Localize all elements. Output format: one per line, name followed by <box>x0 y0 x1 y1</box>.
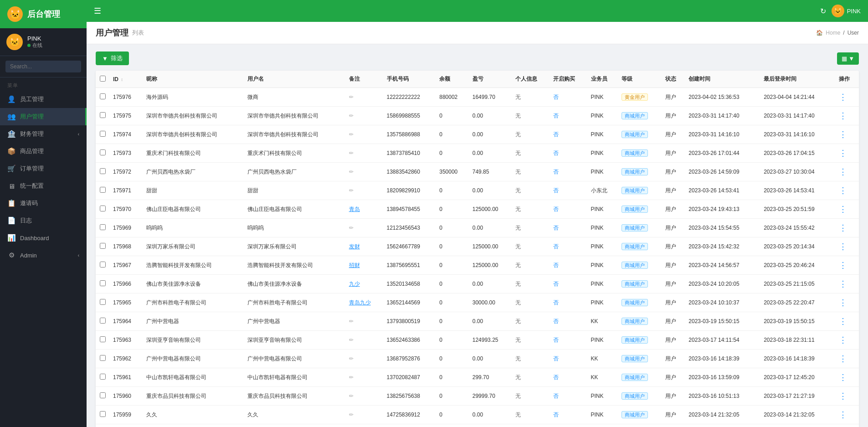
note-edit-icon[interactable]: ✏ <box>349 113 354 119</box>
cell-action[interactable]: ⋮ <box>835 256 859 275</box>
breadcrumb-home[interactable]: Home <box>826 30 840 36</box>
action-menu-icon[interactable]: ⋮ <box>839 354 847 363</box>
cell-action[interactable]: ⋮ <box>835 312 859 331</box>
action-menu-icon[interactable]: ⋮ <box>839 186 847 195</box>
sidebar-item-log[interactable]: 📄 日志 <box>0 212 87 229</box>
cell-action[interactable]: ⋮ <box>835 107 859 125</box>
cell-purchase[interactable]: 否 <box>550 368 587 387</box>
row-checkbox[interactable] <box>100 112 106 118</box>
note-link[interactable]: 青岛 <box>349 206 360 212</box>
row-checkbox[interactable] <box>100 93 106 99</box>
row-checkbox[interactable] <box>100 374 106 380</box>
action-menu-icon[interactable]: ⋮ <box>839 111 847 120</box>
cell-action[interactable]: ⋮ <box>835 237 859 256</box>
sidebar-item-config[interactable]: 🖥 统一配置 <box>0 177 87 195</box>
sidebar-item-goods[interactable]: 📦 商品管理 <box>0 143 87 160</box>
action-menu-icon[interactable]: ⋮ <box>839 279 847 288</box>
action-menu-icon[interactable]: ⋮ <box>839 298 847 307</box>
note-edit-icon[interactable]: ✏ <box>349 318 354 324</box>
action-menu-icon[interactable]: ⋮ <box>839 335 847 345</box>
cell-purchase[interactable]: 否 <box>550 219 587 237</box>
row-checkbox[interactable] <box>100 131 106 137</box>
cell-purchase[interactable]: 否 <box>550 88 587 107</box>
search-input[interactable] <box>5 61 81 72</box>
refresh-icon[interactable]: ↻ <box>820 7 826 15</box>
cell-purchase[interactable]: 否 <box>550 181 587 200</box>
cell-purchase[interactable]: 否 <box>550 144 587 163</box>
sidebar-item-order[interactable]: 🛒 订单管理 <box>0 160 87 177</box>
note-edit-icon[interactable]: ✏ <box>349 150 354 156</box>
row-checkbox[interactable] <box>100 355 106 361</box>
action-menu-icon[interactable]: ⋮ <box>839 261 847 270</box>
sidebar-item-finance[interactable]: 🏦 财务管理 ‹ <box>0 125 87 143</box>
note-link[interactable]: 发财 <box>349 243 360 250</box>
cell-action[interactable]: ⋮ <box>835 368 859 387</box>
cell-purchase[interactable]: 否 <box>550 406 587 424</box>
note-edit-icon[interactable]: ✏ <box>349 412 354 418</box>
col-id[interactable]: ID ↕ <box>109 71 143 88</box>
cell-purchase[interactable]: 否 <box>550 350 587 368</box>
row-checkbox[interactable] <box>100 318 106 324</box>
row-checkbox[interactable] <box>100 280 106 286</box>
cell-purchase[interactable]: 否 <box>550 293 587 312</box>
row-checkbox[interactable] <box>100 149 106 155</box>
cell-action[interactable]: ⋮ <box>835 331 859 350</box>
filter-button[interactable]: ▼ 筛选 <box>96 51 129 65</box>
note-edit-icon[interactable]: ✏ <box>349 169 354 175</box>
cell-action[interactable]: ⋮ <box>835 293 859 312</box>
action-menu-icon[interactable]: ⋮ <box>839 223 847 232</box>
cell-action[interactable]: ⋮ <box>835 200 859 219</box>
row-checkbox[interactable] <box>100 299 106 305</box>
note-link[interactable]: 招财 <box>349 262 360 268</box>
cell-purchase[interactable]: 否 <box>550 125 587 144</box>
note-link[interactable]: 青岛九少 <box>349 299 371 306</box>
note-edit-icon[interactable]: ✏ <box>349 355 354 362</box>
note-edit-icon[interactable]: ✏ <box>349 94 354 100</box>
cell-purchase[interactable]: 否 <box>550 275 587 293</box>
cell-purchase[interactable]: 否 <box>550 256 587 275</box>
search-box[interactable] <box>0 56 87 77</box>
cell-purchase[interactable]: 否 <box>550 424 587 427</box>
cell-action[interactable]: ⋮ <box>835 88 859 107</box>
note-edit-icon[interactable]: ✏ <box>349 393 354 399</box>
cell-action[interactable]: ⋮ <box>835 125 859 144</box>
cell-action[interactable]: ⋮ <box>835 424 859 427</box>
action-menu-icon[interactable]: ⋮ <box>839 205 847 214</box>
cell-purchase[interactable]: 否 <box>550 200 587 219</box>
columns-button[interactable]: ▦ ▼ <box>837 52 859 65</box>
sidebar-item-invite[interactable]: 📋 邀请码 <box>0 195 87 212</box>
cell-purchase[interactable]: 否 <box>550 331 587 350</box>
action-menu-icon[interactable]: ⋮ <box>839 149 847 158</box>
cell-purchase[interactable]: 否 <box>550 312 587 331</box>
action-menu-icon[interactable]: ⋮ <box>839 410 847 419</box>
cell-action[interactable]: ⋮ <box>835 350 859 368</box>
hamburger-icon[interactable]: ☰ <box>94 6 101 16</box>
action-menu-icon[interactable]: ⋮ <box>839 317 847 326</box>
note-edit-icon[interactable]: ✏ <box>349 225 354 231</box>
row-checkbox[interactable] <box>100 411 106 417</box>
sidebar-item-dashboard[interactable]: 📊 Dashboard <box>0 229 87 247</box>
action-menu-icon[interactable]: ⋮ <box>839 130 847 139</box>
action-menu-icon[interactable]: ⋮ <box>839 242 847 251</box>
note-edit-icon[interactable]: ✏ <box>349 374 354 381</box>
cell-purchase[interactable]: 否 <box>550 107 587 125</box>
cell-action[interactable]: ⋮ <box>835 181 859 200</box>
select-all-checkbox[interactable] <box>100 76 106 82</box>
row-checkbox[interactable] <box>100 336 106 342</box>
cell-action[interactable]: ⋮ <box>835 387 859 406</box>
sidebar-item-staff[interactable]: 👤 员工管理 <box>0 91 87 108</box>
cell-action[interactable]: ⋮ <box>835 219 859 237</box>
row-checkbox[interactable] <box>100 168 106 174</box>
note-edit-icon[interactable]: ✏ <box>349 337 354 343</box>
action-menu-icon[interactable]: ⋮ <box>839 167 847 176</box>
cell-action[interactable]: ⋮ <box>835 275 859 293</box>
sidebar-item-user[interactable]: 👥 用户管理 <box>0 108 87 125</box>
row-checkbox[interactable] <box>100 392 106 398</box>
note-link[interactable]: 九少 <box>349 281 360 287</box>
row-checkbox[interactable] <box>100 206 106 211</box>
cell-action[interactable]: ⋮ <box>835 163 859 181</box>
sidebar-item-admin[interactable]: ⚙ Admin ‹ <box>0 247 87 264</box>
action-menu-icon[interactable]: ⋮ <box>839 373 847 382</box>
cell-action[interactable]: ⋮ <box>835 144 859 163</box>
row-checkbox[interactable] <box>100 224 106 230</box>
